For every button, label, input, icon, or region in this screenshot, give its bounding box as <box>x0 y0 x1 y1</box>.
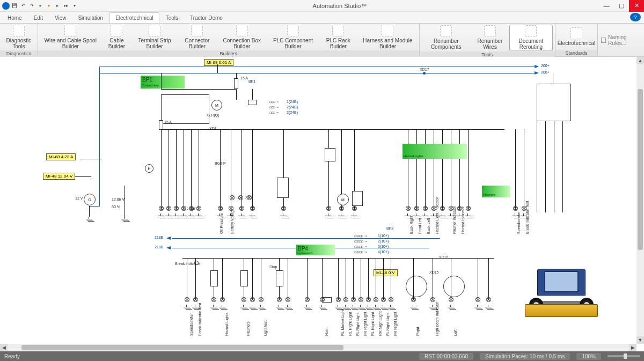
ribbon-label-standards: Standards <box>555 50 598 56</box>
lamp-symbol <box>380 296 387 303</box>
component-vertical-label: RR Night Light <box>378 311 382 336</box>
lamp-symbol <box>410 296 417 303</box>
ground-icon <box>474 305 481 310</box>
wire <box>346 258 346 300</box>
plc-component-builder-button[interactable]: PLC Component Builder <box>268 25 318 49</box>
lamp-symbol <box>439 205 446 212</box>
wire <box>125 186 125 217</box>
electrotechnical-standards-button[interactable]: Electrotechnical <box>558 25 596 49</box>
minimize-button[interactable]: — <box>599 0 614 12</box>
lamp-symbol <box>365 296 372 303</box>
ground-icon <box>387 305 394 310</box>
document-rerouting-button[interactable]: Document Rerouting <box>509 25 553 50</box>
ground-icon <box>249 305 255 310</box>
qa-dot-green[interactable]: ● <box>36 2 44 10</box>
component-vertical-label: Break indicator Test <box>198 303 202 336</box>
wire <box>161 129 504 130</box>
wire <box>338 258 339 300</box>
measurement-tag-mi46[interactable]: MI-46 0 V <box>374 269 398 276</box>
lamp-symbol <box>238 205 245 212</box>
h-symbol: H <box>145 164 153 173</box>
relay-box <box>537 84 571 121</box>
tab-tractor-demo[interactable]: Tractor Demo <box>185 13 228 23</box>
qa-step-icon[interactable]: ▸▸ <box>62 2 70 10</box>
wire <box>442 129 443 210</box>
gauge-symbol <box>443 276 465 297</box>
tab-view[interactable]: View <box>49 13 72 23</box>
lamp-symbol <box>237 194 244 201</box>
ground-icon <box>121 217 128 222</box>
terminal-strip-builder-button[interactable]: Terminal Strip Builder <box>133 25 177 49</box>
bus-arrow-icon <box>166 237 171 240</box>
measurement-tag-mi68[interactable]: MI-68 4.22 A <box>46 153 76 160</box>
tab-edit[interactable]: Edit <box>28 13 48 23</box>
lamp-symbol <box>158 205 165 212</box>
gauge-symbol <box>406 276 427 297</box>
wire <box>187 258 187 300</box>
renumber-wires-button[interactable]: Renumber Wires <box>473 25 507 50</box>
component-vertical-label: FR Right Light <box>363 312 367 336</box>
scroll-left-icon[interactable]: ◀ <box>0 344 8 351</box>
scroll-thumb[interactable] <box>638 89 643 250</box>
lamp-symbol <box>195 205 202 212</box>
horizontal-scrollbar[interactable]: ◀ ▶ <box>0 344 636 351</box>
ground-icon <box>439 213 445 219</box>
component-vertical-label: Hazard Light Indicator <box>435 197 439 234</box>
wire <box>524 129 524 210</box>
renumber-components-button[interactable]: Renumber Components <box>422 25 471 50</box>
connector-builder-button[interactable]: Connector Builder <box>179 25 216 49</box>
tab-home[interactable]: Home <box>2 13 27 23</box>
wire <box>425 129 426 210</box>
qa-save-icon[interactable]: 💾 <box>11 2 18 10</box>
signal-label: 2(10+) <box>378 239 389 243</box>
scroll-down-icon[interactable]: ▼ <box>636 336 644 344</box>
tractor-3d-preview[interactable] <box>524 263 599 328</box>
wire <box>89 206 100 207</box>
measurement-tag-mi69[interactable]: MI-69 0.01 A <box>204 59 233 66</box>
close-button[interactable]: ✕ <box>629 0 644 12</box>
bus-label: 218B <box>155 235 163 239</box>
zoom-slider[interactable] <box>608 355 640 357</box>
component-vertical-label: Break indicator Test <box>525 201 529 234</box>
wire-cable-spool-builder-button[interactable]: Wire and Cable Spool Builder <box>40 25 101 49</box>
diagnostic-tools-button[interactable]: Diagnostic Tools <box>2 25 35 49</box>
plc-rack-builder-button[interactable]: PLC Rack Builder <box>320 25 356 49</box>
battery-symbol: G <box>84 194 96 205</box>
workspace: 200+ 200+ MI-69 0.01 A XD17 BP1 Contact … <box>0 57 644 351</box>
maximize-button[interactable]: ▢ <box>614 0 629 12</box>
qa-dot-orange[interactable]: ● <box>45 2 53 10</box>
vertical-scrollbar[interactable]: ▲ ▼ <box>636 57 644 344</box>
component-vertical-label: FL Right Light <box>356 313 360 336</box>
signal-lamp-row: ○○○○○ → <box>354 245 367 249</box>
qa-undo-icon[interactable]: ↶ <box>19 2 27 10</box>
qa-play-icon[interactable]: ▸ <box>54 2 61 10</box>
scroll-up-icon[interactable]: ▲ <box>636 57 644 64</box>
harness-module-builder-button[interactable]: Harness and Module Builder <box>358 25 417 49</box>
scroll-right-icon[interactable]: ▶ <box>629 344 636 351</box>
qa-dropdown[interactable]: ▾ <box>71 2 78 10</box>
cable-builder-button[interactable]: Cable Builder <box>103 25 131 49</box>
wire <box>89 206 90 217</box>
window-title: Automation Studio™ <box>80 3 599 9</box>
help-icon[interactable]: ? <box>630 13 641 21</box>
switch-symbol <box>276 270 283 286</box>
ground-icon <box>184 305 190 310</box>
lamp-symbol <box>338 205 345 212</box>
component-vertical-label: Speedometer <box>517 211 521 234</box>
naming-rules-link[interactable]: Naming Rules... <box>598 24 644 56</box>
connection-box-builder-button[interactable]: Connection Box Builder <box>218 25 266 49</box>
lightswitch-label: Lightswitch <box>297 252 313 255</box>
ground-icon <box>210 305 217 310</box>
terminal-label: BP1 <box>248 79 255 83</box>
measurement-tag-mi48[interactable]: MI-48 12.04 V <box>43 173 75 180</box>
qa-redo-icon[interactable]: ↷ <box>28 2 35 10</box>
scroll-thumb[interactable] <box>21 345 343 350</box>
status-zoom[interactable]: 100% <box>576 353 601 360</box>
tab-simulation[interactable]: Simulation <box>72 13 108 23</box>
tab-electrotechnical[interactable]: Electrotechnical <box>109 12 159 23</box>
titlebar: 💾 ↶ ↷ ● ● ▸ ▸▸ ▾ Automation Studio™ — ▢ … <box>0 0 644 12</box>
schematic-canvas[interactable]: 200+ 200+ MI-69 0.01 A XD17 BP1 Contact … <box>0 57 636 344</box>
wire <box>413 258 414 300</box>
wire <box>468 129 469 210</box>
tab-tools[interactable]: Tools <box>160 13 184 23</box>
